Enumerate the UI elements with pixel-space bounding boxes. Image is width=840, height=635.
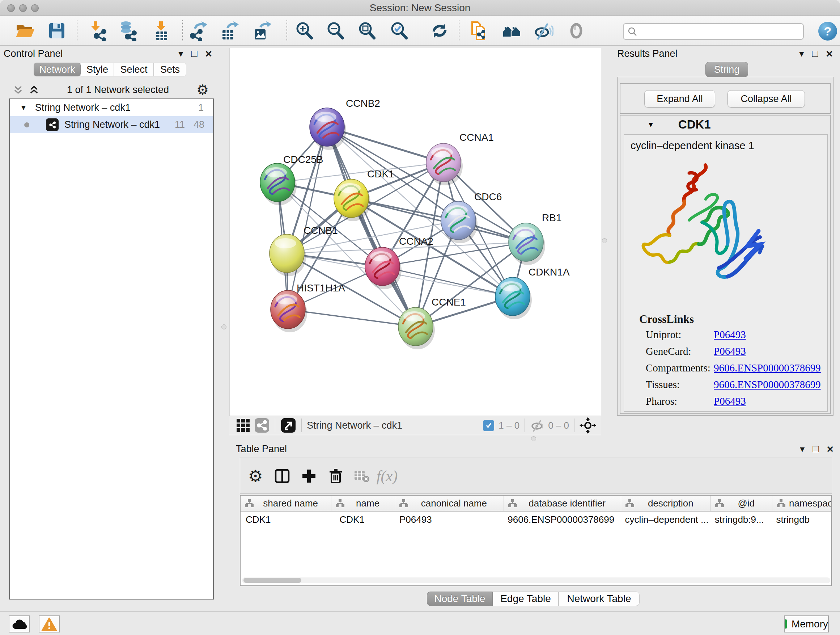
cell-id[interactable]: stringdb:9... — [711, 511, 773, 527]
hide-selected-button[interactable] — [533, 20, 554, 41]
birds-eye-view-button[interactable] — [235, 417, 251, 433]
minimize-window-button[interactable] — [19, 4, 27, 12]
help-button[interactable]: ? — [818, 22, 837, 41]
network-overview-button[interactable] — [254, 417, 270, 433]
results-tab-string[interactable]: String — [706, 62, 748, 77]
column-header[interactable]: shared name — [240, 496, 332, 511]
clear-table-button[interactable] — [352, 466, 372, 486]
network-node-CDK1[interactable] — [334, 179, 370, 221]
cell-name[interactable]: CDK1 — [332, 511, 395, 527]
network-snapshot-button[interactable] — [469, 20, 490, 41]
cell-description[interactable]: cyclin–dependent ... — [621, 511, 711, 527]
gear-icon[interactable]: ⚙ — [196, 82, 209, 98]
export-image-button[interactable] — [251, 20, 272, 41]
refresh-button[interactable] — [429, 20, 450, 41]
column-header[interactable]: namespace — [772, 496, 831, 511]
tab-select[interactable]: Select — [114, 63, 154, 76]
protein-card-header[interactable]: ▼ CDK1 — [621, 116, 830, 134]
crosslink-value[interactable]: 9606.ENSP00000378699 — [714, 362, 821, 374]
create-column-button[interactable] — [299, 466, 319, 486]
crosslink-value[interactable]: P06493 — [714, 329, 746, 340]
network-node-HIST1H1A[interactable] — [271, 290, 307, 333]
delete-column-button[interactable] — [325, 466, 346, 486]
warnings-button[interactable] — [39, 616, 60, 632]
panel-float-icon[interactable]: □ — [191, 49, 197, 59]
network-node-RB1[interactable] — [508, 223, 545, 265]
export-network-button[interactable] — [188, 20, 209, 41]
import-network-file-button[interactable] — [88, 20, 109, 41]
tab-node-table[interactable]: Node Table — [427, 592, 493, 606]
crosslink-value[interactable]: P06493 — [714, 395, 746, 407]
pan-crosshair-icon[interactable] — [579, 417, 596, 434]
zoom-out-button[interactable] — [325, 20, 346, 41]
panel-close-icon[interactable]: × — [205, 48, 212, 59]
first-neighbors-button[interactable] — [501, 20, 523, 41]
expand-all-icon[interactable] — [28, 84, 39, 95]
column-header[interactable]: @id — [711, 496, 772, 511]
network-row[interactable]: String Network – cdk1 11 48 — [10, 116, 213, 133]
crosslink-value[interactable]: P06493 — [714, 345, 746, 357]
horizontal-scrollbar[interactable] — [242, 578, 830, 583]
cloud-status-button[interactable] — [9, 616, 30, 632]
collapse-all-icon[interactable] — [13, 84, 24, 95]
function-builder-button[interactable]: f(x) — [377, 466, 397, 486]
import-network-database-button[interactable] — [118, 20, 139, 41]
network-node-CCNA1[interactable] — [426, 143, 463, 185]
zoom-selected-button[interactable] — [388, 20, 409, 41]
panel-close-icon[interactable]: × — [826, 48, 833, 59]
save-session-button[interactable] — [46, 20, 67, 41]
table-settings-button[interactable]: ⚙ — [245, 466, 265, 486]
network-edge-CCNA2-CDKN1A[interactable] — [382, 266, 513, 296]
column-header[interactable]: canonical name — [395, 496, 504, 511]
right-splitter-handle[interactable] — [602, 238, 607, 243]
zoom-fit-button[interactable] — [356, 20, 377, 41]
card-expander-icon[interactable]: ▼ — [647, 120, 654, 129]
collapse-all-button[interactable]: Collapse All — [728, 90, 805, 108]
tab-sets[interactable]: Sets — [154, 63, 186, 76]
cell-shared-name[interactable]: CDK1 — [240, 511, 332, 527]
show-all-button[interactable] — [566, 20, 587, 41]
cell-canonical-name[interactable]: P06493 — [395, 511, 504, 527]
panel-float-icon[interactable]: □ — [813, 444, 819, 454]
show-columns-button[interactable] — [272, 466, 292, 486]
zoom-window-button[interactable] — [31, 4, 39, 12]
tab-network-table[interactable]: Network Table — [559, 592, 639, 606]
network-node-CDC6[interactable] — [441, 201, 477, 243]
panel-dropdown-icon[interactable]: ▾ — [800, 444, 805, 454]
hidden-eye-slash-icon[interactable] — [530, 418, 545, 432]
bottom-splitter-handle[interactable] — [531, 436, 536, 441]
scrollbar-thumb[interactable] — [243, 578, 302, 583]
import-table-button[interactable] — [151, 20, 172, 41]
panel-dropdown-icon[interactable]: ▾ — [178, 49, 183, 58]
panel-float-icon[interactable]: □ — [812, 49, 818, 59]
collection-expander-icon[interactable]: ▼ — [20, 103, 27, 112]
network-edge-HIST1H1A-CCNE1[interactable] — [288, 310, 416, 326]
network-view[interactable]: CCNB2CCNA1CDC25BCDK1CDC6RB1CCNB1CCNA2CDK… — [229, 48, 601, 416]
column-header[interactable]: description — [621, 496, 711, 511]
tab-style[interactable]: Style — [81, 63, 114, 76]
column-header[interactable]: name — [332, 496, 395, 511]
cell-namespace[interactable]: stringdb — [772, 511, 831, 527]
expand-all-button[interactable]: Expand All — [644, 90, 715, 108]
open-session-button[interactable] — [14, 20, 35, 41]
network-node-CCNA2[interactable] — [365, 247, 401, 289]
search-input[interactable] — [640, 26, 796, 37]
open-in-new-window-button[interactable] — [280, 417, 296, 433]
network-collection-row[interactable]: ▼ String Network – cdk1 1 — [10, 99, 213, 116]
memory-button[interactable]: Memory — [784, 616, 829, 632]
left-splitter-handle[interactable] — [221, 325, 226, 329]
network-node-CCNE1[interactable] — [398, 307, 435, 349]
column-header[interactable]: database identifier — [504, 496, 621, 511]
network-node-CDC25B[interactable] — [260, 163, 297, 205]
tab-network[interactable]: Network — [34, 63, 81, 76]
tab-edge-table[interactable]: Edge Table — [493, 592, 559, 606]
export-table-button[interactable] — [219, 20, 240, 41]
crosslink-value[interactable]: 9606.ENSP00000378699 — [714, 379, 821, 390]
network-node-CDKN1A[interactable] — [495, 277, 532, 319]
table-row[interactable]: CDK1 CDK1 P06493 9606.ENSP00000378699 cy… — [240, 511, 831, 527]
network-canvas[interactable]: CCNB2CCNA1CDC25BCDK1CDC6RB1CCNB1CCNA2CDK… — [230, 48, 602, 416]
panel-dropdown-icon[interactable]: ▾ — [799, 49, 804, 58]
cell-database-identifier[interactable]: 9606.ENSP00000378699 — [504, 511, 621, 527]
close-window-button[interactable] — [7, 4, 15, 12]
selected-checkbox[interactable] — [483, 420, 494, 431]
